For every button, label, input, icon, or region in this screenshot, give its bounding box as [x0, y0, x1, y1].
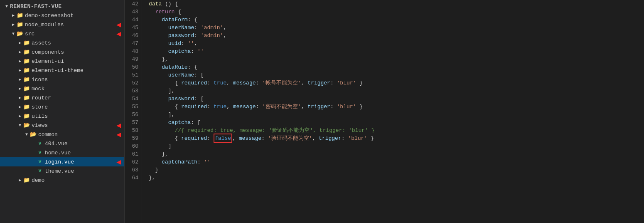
code-line-47: uuid: '', [149, 40, 644, 47]
sidebar-item-views[interactable]: ▼ 📂 views ◀ [0, 121, 124, 130]
item-label: demo-screenshot [25, 12, 74, 19]
line-num: 61 [126, 150, 138, 158]
root-label: RENREN-FAST-VUE [10, 3, 62, 10]
sidebar-item-login[interactable]: ▶ V login.vue ◀ [0, 157, 124, 166]
code-line-53: ], [149, 87, 644, 95]
collapse-arrow: ▶ [17, 68, 23, 73]
sidebar-item-common[interactable]: ▼ 📂 common ◀ [0, 130, 124, 139]
sidebar-item-store[interactable]: ▶ 📁 store [0, 102, 124, 112]
item-label: 404.vue [45, 141, 68, 147]
file-explorer[interactable]: ▼ RENREN-FAST-VUE ▶ 📁 demo-screenshot ▶ … [0, 0, 125, 223]
folder-open-icon: 📂 [17, 30, 23, 37]
item-label: element-ui [32, 58, 64, 64]
code-line-61: }, [149, 150, 644, 158]
collapse-arrow: ▶ [17, 114, 23, 119]
code-line-44: dataForm: { [149, 16, 644, 24]
sidebar-item-home[interactable]: ▶ V home.vue [0, 148, 124, 157]
collapse-arrow: ▶ [17, 178, 23, 183]
line-num: 49 [126, 55, 138, 63]
item-label: theme.vue [45, 168, 74, 174]
item-label: utils [32, 113, 48, 119]
line-num: 59 [126, 134, 138, 142]
sidebar-item-node-modules[interactable]: ▶ 📁 node_modules ◀ [0, 20, 124, 29]
line-num: 50 [126, 63, 138, 71]
item-label: icons [32, 77, 48, 83]
sidebar-item-assets[interactable]: ▶ 📁 assets [0, 38, 124, 47]
sidebar-item-404[interactable]: ▶ V 404.vue [0, 139, 124, 148]
code-line-57: captcha: [ [149, 119, 644, 126]
collapse-arrow: ▶ [17, 95, 23, 100]
code-line-46: password: 'admin', [149, 32, 644, 40]
sidebar-item-demo-screenshot[interactable]: ▶ 📁 demo-screenshot [0, 11, 124, 20]
expand-arrow: ▼ [17, 123, 23, 128]
item-label: components [32, 49, 64, 55]
arrow-annotation: ◀ [116, 157, 121, 166]
line-num: 57 [126, 119, 138, 126]
line-num: 46 [126, 32, 138, 40]
sidebar-item-icons[interactable]: ▶ 📁 icons [0, 75, 124, 84]
code-line-54: password: [ [149, 95, 644, 103]
item-label: node_modules [25, 22, 64, 28]
item-label: store [32, 104, 48, 110]
folder-icon: 📁 [23, 113, 30, 119]
line-num: 64 [126, 174, 138, 182]
root-folder[interactable]: ▼ RENREN-FAST-VUE [0, 2, 124, 11]
folder-icon: 📁 [23, 177, 30, 183]
sidebar-item-demo[interactable]: ▶ 📁 demo [0, 176, 124, 185]
item-label: demo [32, 177, 44, 183]
folder-icon: 📁 [23, 85, 30, 92]
sidebar-item-router[interactable]: ▶ 📁 router [0, 93, 124, 102]
sidebar-item-mock[interactable]: ▶ 📁 mock [0, 84, 124, 93]
folder-icon: 📁 [23, 104, 30, 110]
root-arrow: ▼ [3, 4, 10, 9]
sidebar-item-src[interactable]: ▼ 📂 src ◀ [0, 29, 124, 38]
sidebar-item-element-ui-theme[interactable]: ▶ 📁 element-ui-theme [0, 66, 124, 75]
code-line-55: { required: true, message: '密码不能为空', tri… [149, 103, 644, 111]
folder-icon: 📁 [23, 94, 30, 101]
folder-icon: 📁 [17, 21, 23, 28]
code-line-60: ] [149, 142, 644, 150]
folder-icon: 📁 [23, 58, 30, 64]
code-line-64: }, [149, 174, 644, 182]
sidebar-item-element-ui[interactable]: ▶ 📁 element-ui [0, 57, 124, 66]
code-line-50: dataRule: { [149, 63, 644, 71]
line-num: 44 [126, 16, 138, 24]
line-num: 58 [126, 126, 138, 134]
line-num: 43 [126, 8, 138, 16]
collapse-arrow: ▶ [10, 22, 17, 27]
line-num: 53 [126, 87, 138, 95]
item-label: element-ui-theme [32, 67, 84, 74]
line-num: 45 [126, 24, 138, 32]
item-label: views [32, 122, 48, 129]
code-line-51: userName: [ [149, 71, 644, 79]
collapse-arrow: ▶ [17, 104, 23, 109]
folder-icon: 📁 [23, 49, 30, 55]
collapse-arrow: ▶ [17, 59, 23, 64]
line-num: 55 [126, 103, 138, 111]
folder-icon: 📁 [23, 67, 30, 74]
collapse-arrow: ▶ [17, 40, 23, 45]
sidebar-item-components[interactable]: ▶ 📁 components [0, 47, 124, 57]
arrow-annotation: ◀ [116, 130, 121, 139]
code-line-42: data () { [149, 0, 644, 8]
folder-icon: 📁 [17, 12, 23, 19]
code-line-59: { required: false, message: '验证码不能为空', t… [149, 134, 644, 142]
item-label: router [32, 95, 51, 101]
line-num: 51 [126, 71, 138, 79]
arrow-annotation: ◀ [116, 121, 121, 130]
line-num: 47 [126, 40, 138, 47]
sidebar-item-utils[interactable]: ▶ 📁 utils [0, 112, 124, 121]
item-label: home.vue [45, 150, 71, 156]
line-num: 60 [126, 142, 138, 150]
line-num: 63 [126, 166, 138, 174]
code-editor: 42 43 44 45 46 47 48 49 50 51 52 53 54 5… [125, 0, 644, 223]
code-content[interactable]: data () { return { dataForm: { userName:… [142, 0, 644, 223]
vue-file-icon: V [37, 140, 43, 147]
item-label: mock [32, 86, 44, 92]
arrow-annotation: ◀ [116, 29, 121, 38]
folder-open-icon: 📂 [30, 131, 37, 138]
folder-open-icon: 📂 [23, 122, 30, 129]
code-line-62: captchaPath: '' [149, 158, 644, 166]
item-label: assets [32, 40, 51, 46]
sidebar-item-theme[interactable]: ▶ V theme.vue [0, 166, 124, 176]
